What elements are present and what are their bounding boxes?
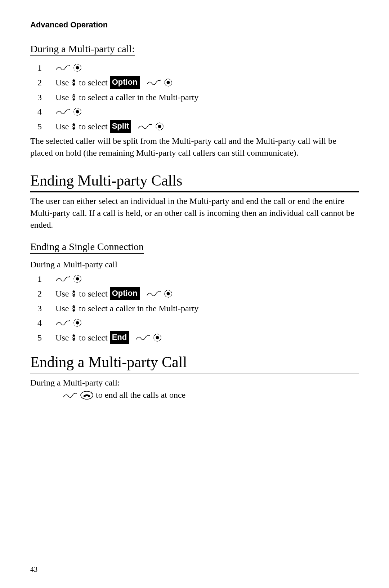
step-text: Use xyxy=(55,331,69,344)
step-number: 1 xyxy=(30,273,55,285)
step-text: Use xyxy=(55,76,69,89)
step-number: 2 xyxy=(30,76,55,89)
end-label: End xyxy=(110,331,129,344)
step-row: 3 Use to select a caller in the Multi-pa… xyxy=(30,91,359,103)
updown-icon xyxy=(71,333,77,342)
option-label: Option xyxy=(110,287,140,300)
svg-point-7 xyxy=(76,110,79,113)
steps-list-2: 1 2 Use to select Option 3 Use to select… xyxy=(30,273,359,344)
svg-point-10 xyxy=(158,125,161,128)
svg-point-13 xyxy=(73,293,75,295)
target-icon xyxy=(73,107,82,116)
chapter-header: Advanced Operation xyxy=(30,20,359,30)
step-text: Use xyxy=(55,302,69,315)
cursive-icon xyxy=(63,391,78,399)
target-icon xyxy=(153,333,162,342)
svg-point-1 xyxy=(76,66,79,70)
svg-point-12 xyxy=(76,277,79,281)
step-number: 3 xyxy=(30,91,55,103)
option-label: Option xyxy=(110,76,140,89)
step-number: 5 xyxy=(30,120,55,133)
steps-list-1: 1 2 Use to select Option 3 Use to select… xyxy=(30,62,359,133)
cursive-icon xyxy=(135,334,151,342)
subheading-ending-single: Ending a Single Connection xyxy=(30,241,144,254)
updown-icon xyxy=(71,93,77,102)
target-icon xyxy=(73,318,82,328)
intro-text: During a Multi-party call: xyxy=(30,377,359,389)
svg-point-18 xyxy=(76,321,79,325)
step-row: 2 Use to select Option xyxy=(30,76,359,89)
step-row: 1 xyxy=(30,62,359,74)
step-text: to end all the calls at once xyxy=(96,390,185,400)
cursive-icon xyxy=(55,319,71,327)
step-number: 4 xyxy=(30,317,55,329)
svg-point-8 xyxy=(73,125,75,128)
step-text: to select a caller in the Multi-party xyxy=(79,91,198,103)
svg-point-4 xyxy=(166,81,170,84)
step-row: 5 Use to select End xyxy=(30,331,359,344)
step-number: 1 xyxy=(30,62,55,74)
hangup-icon: 0 xyxy=(80,391,94,400)
svg-point-2 xyxy=(73,81,75,84)
updown-icon xyxy=(71,122,77,131)
step-number: 5 xyxy=(30,331,55,344)
step-row: 4 xyxy=(30,317,359,329)
step-text: Use xyxy=(55,91,69,103)
svg-text:0: 0 xyxy=(91,391,92,395)
updown-icon xyxy=(71,78,77,87)
svg-point-15 xyxy=(166,292,170,295)
target-icon xyxy=(164,78,173,87)
step-text: Use xyxy=(55,120,69,133)
svg-point-19 xyxy=(73,337,75,339)
heading-ending-multiparty-calls: Ending Multi-party Calls xyxy=(30,172,359,192)
step-number: 2 xyxy=(30,288,55,300)
cursive-icon xyxy=(146,79,161,86)
step-number: 3 xyxy=(30,302,55,315)
step-row: 1 xyxy=(30,273,359,285)
heading-ending-a-multiparty-call: Ending a Multi-party Call xyxy=(30,353,359,374)
subheading-during-call: During a Multi-party call: xyxy=(30,43,135,56)
updown-icon xyxy=(71,289,77,298)
step-text: to select a caller in the Multi-party xyxy=(79,302,198,315)
svg-point-5 xyxy=(73,96,75,98)
cursive-icon xyxy=(146,290,161,298)
step-text: to select xyxy=(79,120,107,133)
cursive-icon xyxy=(55,275,71,283)
page-number: 43 xyxy=(30,565,37,574)
step-text: to select xyxy=(79,331,107,344)
target-icon xyxy=(155,122,164,131)
target-icon xyxy=(73,63,82,72)
cursive-icon xyxy=(55,108,71,116)
end-all-line: 0 to end all the calls at once xyxy=(63,390,359,400)
step-number: 4 xyxy=(30,106,55,118)
step-row: 2 Use to select Option xyxy=(30,287,359,300)
step-text: to select xyxy=(79,288,107,300)
paragraph: The user can either select an individual… xyxy=(30,195,359,231)
step-text: Use xyxy=(55,288,69,300)
cursive-icon xyxy=(55,64,71,72)
step-text: to select xyxy=(79,76,107,89)
split-label: Split xyxy=(110,120,131,133)
cursive-icon xyxy=(138,122,153,130)
step-row: 4 xyxy=(30,106,359,118)
target-icon xyxy=(164,289,173,298)
target-icon xyxy=(73,274,82,284)
paragraph: The selected caller will be split from t… xyxy=(30,135,359,159)
svg-point-21 xyxy=(156,336,159,339)
svg-point-16 xyxy=(73,307,75,309)
step-row: 3 Use to select a caller in the Multi-pa… xyxy=(30,302,359,315)
updown-icon xyxy=(71,304,77,313)
step-row: 5 Use to select Split xyxy=(30,120,359,133)
intro-text: During a Multi-party call xyxy=(30,259,359,271)
